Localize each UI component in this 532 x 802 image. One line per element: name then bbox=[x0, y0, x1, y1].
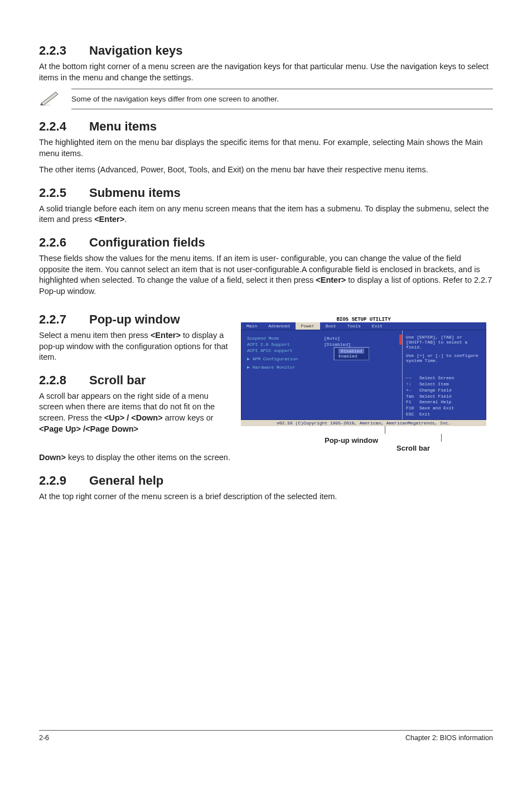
bios-item: ACPI APIC support bbox=[247, 348, 396, 353]
heading-scroll-bar: 2.2.8 Scroll bar bbox=[39, 373, 229, 388]
para-scroll-bar-part1: A scroll bar appears on the right side o… bbox=[39, 391, 229, 434]
heading-num: 2.2.3 bbox=[39, 44, 89, 58]
heading-title: Pop-up window bbox=[89, 312, 180, 327]
bios-tab-tools: Tools bbox=[342, 322, 366, 330]
heading-num: 2.2.9 bbox=[39, 474, 89, 488]
bios-tab-main: Main bbox=[241, 322, 263, 330]
heading-title: Configuration fields bbox=[89, 235, 205, 250]
heading-menu-items: 2.2.4 Menu items bbox=[39, 119, 493, 134]
bios-tab-exit: Exit bbox=[366, 322, 388, 330]
bios-help-text1: Use [ENTER], [TAB] or [SHIFT-TAB] to sel… bbox=[406, 335, 482, 350]
bios-scrollbar-icon bbox=[399, 335, 402, 345]
bios-title-bar: BIOS SETUP UTILITY bbox=[241, 317, 486, 322]
annotation-scroll-label: Scroll bar bbox=[396, 444, 430, 452]
bios-item: Suspend Mode[Auto] bbox=[247, 336, 396, 341]
heading-title: Submenu items bbox=[89, 186, 181, 200]
annotation-tick-icon bbox=[385, 426, 385, 434]
annotation-popup-label: Pop-up window bbox=[325, 436, 378, 452]
para-popup: Select a menu item then press <Enter> to… bbox=[39, 330, 229, 363]
bios-left-pane: Suspend Mode[Auto] ACPI 2.0 Support[Disa… bbox=[241, 330, 402, 419]
bios-footer: v02.58 (C)Copyright 1985-2010, American,… bbox=[241, 420, 486, 426]
bios-item: ACPI 2.0 Support[Disabled] bbox=[247, 342, 396, 347]
heading-title: Scroll bar bbox=[89, 373, 146, 388]
bios-tab-advanced: Advanced bbox=[263, 322, 295, 330]
heading-nav-keys: 2.2.3 Navigation keys bbox=[39, 44, 493, 58]
bios-popup-window: Disabled Enabled bbox=[333, 347, 369, 360]
bios-tab-boot: Boot bbox=[320, 322, 342, 330]
heading-config-fields: 2.2.6 Configuration fields bbox=[39, 235, 493, 250]
heading-general-help: 2.2.9 General help bbox=[39, 474, 493, 488]
heading-title: Navigation keys bbox=[89, 44, 183, 58]
bios-submenu: Hardware Monitor bbox=[247, 365, 396, 370]
para-nav-keys: At the bottom right corner of a menu scr… bbox=[39, 61, 493, 83]
bios-help-text2: Use [+] or [-] to configure system Time. bbox=[406, 353, 482, 363]
para-scroll-bar-part2: Down> keys to display the other items on… bbox=[39, 452, 493, 463]
scroll-cont-bold: Down> bbox=[39, 453, 66, 462]
heading-submenu: 2.2.5 Submenu items bbox=[39, 186, 493, 200]
heading-title: General help bbox=[89, 474, 163, 488]
page-footer: 2-6 Chapter 2: BIOS information bbox=[39, 730, 493, 742]
bios-nav-keys: ←→ Select Screen ↑↓ Select Item +- Chang… bbox=[406, 375, 482, 418]
bios-tab-bar: Main Advanced Power Boot Tools Exit bbox=[241, 322, 486, 330]
heading-num: 2.2.5 bbox=[39, 186, 89, 200]
bios-screenshot: BIOS SETUP UTILITY Main Advanced Power B… bbox=[241, 317, 486, 426]
popup-option: Enabled bbox=[338, 354, 364, 359]
heading-num: 2.2.4 bbox=[39, 119, 89, 134]
heading-num: 2.2.6 bbox=[39, 235, 89, 250]
para-menu-items-1: The highlighted item on the menu bar dis… bbox=[39, 137, 493, 159]
pencil-note-icon bbox=[39, 89, 61, 105]
heading-title: Menu items bbox=[89, 119, 157, 134]
footer-chapter: Chapter 2: BIOS information bbox=[405, 734, 493, 742]
para-general-help: At the top right corner of the menu scre… bbox=[39, 491, 493, 503]
para-config-fields: These fields show the values for the men… bbox=[39, 253, 493, 297]
bios-help-pane: Use [ENTER], [TAB] or [SHIFT-TAB] to sel… bbox=[402, 330, 486, 419]
popup-option-selected: Disabled bbox=[338, 349, 364, 354]
annotation-tick-icon bbox=[441, 434, 442, 442]
footer-page-number: 2-6 bbox=[39, 734, 49, 742]
bios-submenu: APM Configuration bbox=[247, 356, 396, 361]
para-menu-items-2: The other items (Advanced, Power, Boot, … bbox=[39, 165, 493, 176]
bios-tab-power: Power bbox=[296, 322, 320, 330]
heading-popup: 2.2.7 Pop-up window bbox=[39, 312, 229, 327]
note-text: Some of the navigation keys differ from … bbox=[71, 89, 493, 109]
note-nav-keys: Some of the navigation keys differ from … bbox=[39, 89, 493, 109]
heading-num: 2.2.7 bbox=[39, 312, 89, 327]
para-submenu: A solid triangle before each item on any… bbox=[39, 204, 493, 225]
heading-num: 2.2.8 bbox=[39, 373, 89, 388]
